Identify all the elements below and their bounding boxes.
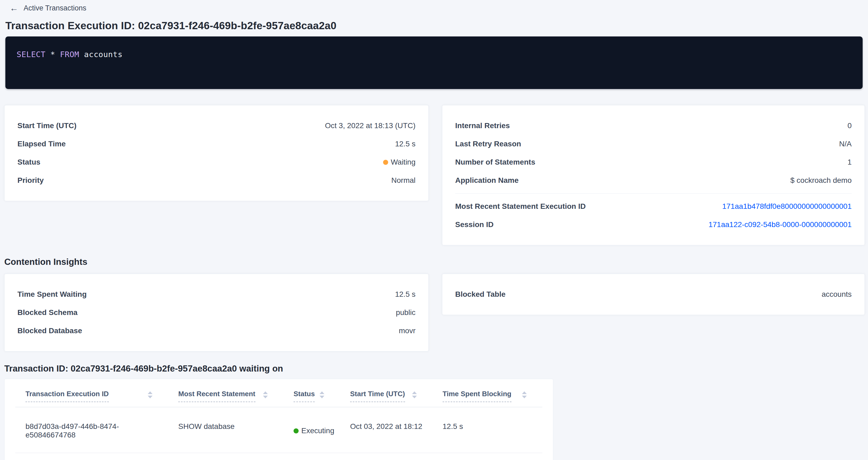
status-text: Waiting bbox=[391, 158, 415, 166]
waiting-on-title: Transaction ID: 02ca7931-f246-469b-b2fe-… bbox=[4, 363, 868, 374]
sort-arrows-icon bbox=[412, 391, 417, 398]
column-header-transaction-execution-id[interactable]: Transaction Execution ID bbox=[15, 389, 168, 407]
summary-card-left: Start Time (UTC) Oct 3, 2022 at 18:13 (U… bbox=[4, 105, 429, 201]
cell-start-time: Oct 03, 2022 at 18:12 bbox=[340, 407, 432, 453]
contention-card-right: Blocked Table accounts bbox=[442, 274, 865, 315]
contention-row-blocked-database: Blocked Database movr bbox=[18, 322, 415, 340]
sql-statement-box: SELECT * FROM accounts bbox=[5, 36, 863, 89]
waiting-on-table: Transaction Execution ID Most Recent Sta… bbox=[4, 379, 553, 460]
row-label: Session ID bbox=[455, 220, 494, 229]
sort-arrows-icon bbox=[522, 391, 527, 398]
row-label: Blocked Table bbox=[455, 290, 505, 299]
row-label: Status bbox=[18, 158, 40, 166]
sort-arrows-icon bbox=[148, 391, 153, 398]
row-label: Start Time (UTC) bbox=[18, 121, 76, 130]
summary-row-application-name: Application Name $ cockroach demo bbox=[455, 171, 851, 189]
row-value: 1 bbox=[847, 158, 851, 166]
row-label: Blocked Schema bbox=[18, 308, 78, 317]
status-text: Executing bbox=[301, 427, 334, 435]
status-executing-dot-icon bbox=[293, 428, 299, 433]
sql-keyword: FROM bbox=[60, 50, 79, 59]
contention-row-blocked-schema: Blocked Schema public bbox=[18, 303, 415, 322]
row-value: accounts bbox=[822, 290, 851, 299]
sort-arrows-icon bbox=[319, 391, 324, 398]
row-label: Application Name bbox=[455, 176, 519, 185]
statement-execution-id-link[interactable]: 171aa1b478fdf0e80000000000000001 bbox=[722, 202, 851, 211]
column-header-label: Transaction Execution ID bbox=[26, 389, 109, 402]
column-header-label: Start Time (UTC) bbox=[350, 389, 405, 402]
row-label: Last Retry Reason bbox=[455, 140, 521, 148]
back-link[interactable]: ← Active Transactions bbox=[10, 4, 86, 12]
summary-row-last-retry-reason: Last Retry Reason N/A bbox=[455, 135, 851, 153]
row-label: Most Recent Statement Execution ID bbox=[455, 202, 586, 211]
row-value: Oct 3, 2022 at 18:13 (UTC) bbox=[325, 121, 415, 130]
column-header-label: Status bbox=[293, 389, 315, 402]
column-header-time-spent-blocking[interactable]: Time Spent Blocking bbox=[432, 389, 542, 407]
active-transaction-details-page: ← Active Transactions Transaction Execut… bbox=[0, 4, 868, 460]
sql-statement: SELECT * FROM accounts bbox=[17, 50, 123, 59]
column-header-label: Time Spent Blocking bbox=[442, 389, 512, 402]
back-link-label: Active Transactions bbox=[24, 4, 86, 12]
summary-row-internal-retries: Internal Retries 0 bbox=[455, 117, 851, 135]
contention-cards-row: Time Spent Waiting 12.5 s Blocked Schema… bbox=[4, 274, 865, 351]
column-header-start-time[interactable]: Start Time (UTC) bbox=[340, 389, 432, 407]
summary-row-statement-execution-id: Most Recent Statement Execution ID 171aa… bbox=[455, 197, 851, 216]
contention-row-time-spent-waiting: Time Spent Waiting 12.5 s bbox=[18, 285, 415, 303]
table-header-row: Transaction Execution ID Most Recent Sta… bbox=[15, 379, 542, 407]
row-label: Priority bbox=[18, 176, 44, 185]
row-label: Time Spent Waiting bbox=[18, 290, 87, 299]
contention-insights-title: Contention Insights bbox=[4, 256, 868, 267]
cell-time-spent-blocking: 12.5 s bbox=[432, 407, 542, 453]
row-value: movr bbox=[399, 327, 415, 335]
column-header-most-recent-statement[interactable]: Most Recent Statement bbox=[168, 389, 283, 407]
contention-row-blocked-table: Blocked Table accounts bbox=[455, 285, 851, 303]
sql-identifier: accounts bbox=[79, 50, 123, 59]
row-label: Internal Retries bbox=[455, 121, 510, 130]
page-title: Transaction Execution ID: 02ca7931-f246-… bbox=[5, 19, 868, 32]
sql-keyword: SELECT bbox=[17, 50, 45, 59]
table-row: b8d7d03a-d497-446b-8474-e50846674768 SHO… bbox=[15, 407, 542, 453]
session-id-link[interactable]: 171aa122-c092-54b8-0000-000000000001 bbox=[709, 220, 851, 229]
row-value: Normal bbox=[392, 176, 415, 185]
row-value: N/A bbox=[839, 140, 851, 148]
column-header-status[interactable]: Status bbox=[283, 389, 340, 407]
cell-most-recent-statement: SHOW database bbox=[168, 407, 283, 453]
row-value: public bbox=[396, 308, 415, 317]
row-label: Number of Statements bbox=[455, 158, 535, 166]
sql-text: * bbox=[45, 50, 60, 59]
status-badge: Waiting bbox=[383, 158, 415, 166]
contention-card-left: Time Spent Waiting 12.5 s Blocked Schema… bbox=[4, 274, 429, 351]
summary-cards-row: Start Time (UTC) Oct 3, 2022 at 18:13 (U… bbox=[4, 105, 865, 245]
column-header-label: Most Recent Statement bbox=[178, 389, 255, 402]
summary-row-session-id: Session ID 171aa122-c092-54b8-0000-00000… bbox=[455, 216, 851, 234]
summary-row-elapsed-time: Elapsed Time 12.5 s bbox=[18, 135, 415, 153]
sort-arrows-icon bbox=[263, 391, 268, 398]
row-label: Elapsed Time bbox=[18, 140, 66, 148]
row-label: Blocked Database bbox=[18, 327, 82, 335]
cell-transaction-execution-id[interactable]: b8d7d03a-d497-446b-8474-e50846674768 bbox=[15, 407, 168, 453]
row-value: 12.5 s bbox=[395, 140, 415, 148]
row-value: $ cockroach demo bbox=[790, 176, 851, 185]
row-value: 0 bbox=[847, 121, 851, 130]
summary-card-right: Internal Retries 0 Last Retry Reason N/A… bbox=[442, 105, 865, 245]
row-value: 12.5 s bbox=[395, 290, 415, 299]
status-waiting-dot-icon bbox=[383, 160, 388, 165]
arrow-left-icon: ← bbox=[10, 4, 18, 12]
summary-row-start-time: Start Time (UTC) Oct 3, 2022 at 18:13 (U… bbox=[18, 117, 415, 135]
cell-status: Executing bbox=[283, 407, 340, 453]
summary-row-status: Status Waiting bbox=[18, 153, 415, 171]
summary-row-number-of-statements: Number of Statements 1 bbox=[455, 153, 851, 171]
summary-row-priority: Priority Normal bbox=[18, 171, 415, 189]
